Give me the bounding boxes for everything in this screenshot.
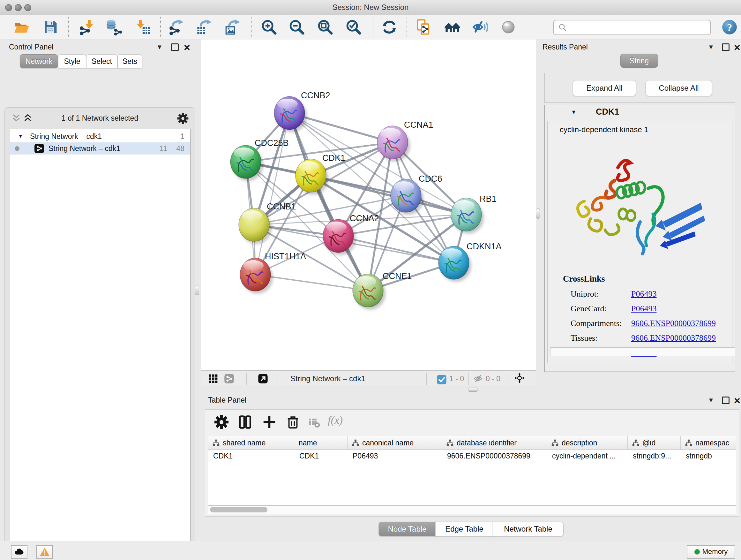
results-panel-close-icon[interactable]: ×: [734, 44, 740, 51]
zoom-selected-icon[interactable]: [345, 19, 362, 36]
crosslink-value-link[interactable]: P06493: [631, 304, 657, 313]
column-header[interactable]: database identifier: [442, 436, 547, 449]
results-panel-menu-caret-icon[interactable]: ▼: [708, 44, 714, 51]
warnings-button[interactable]: [37, 545, 53, 559]
control-panel-menu-caret-icon[interactable]: ▼: [156, 44, 163, 51]
table-cell[interactable]: cyclin-dependent ...: [547, 449, 628, 462]
column-header[interactable]: shared name: [208, 436, 294, 449]
network-node-CCNA1[interactable]: [377, 126, 410, 162]
left-splitter-handle[interactable]: [195, 285, 199, 295]
table-panel-float-icon[interactable]: [722, 396, 730, 404]
tab-node-table[interactable]: Node Table: [379, 522, 436, 537]
section-expander-icon[interactable]: ▼: [571, 109, 577, 116]
network-node-CCNB2[interactable]: [274, 97, 307, 132]
memory-button[interactable]: Memory: [687, 545, 735, 559]
network-collection-row[interactable]: ▼ String Network – cdk1 1: [10, 130, 190, 142]
column-header[interactable]: name: [294, 436, 347, 449]
tab-string[interactable]: String: [620, 54, 658, 68]
results-panel-float-icon[interactable]: [722, 44, 730, 51]
network-node-RB1[interactable]: [451, 198, 484, 234]
hidden-eye-slash-icon[interactable]: [473, 374, 483, 384]
table-cell[interactable]: CDK1: [294, 449, 347, 462]
crosslink-value-link[interactable]: 9606.ENSP00000378699: [631, 333, 716, 343]
open-folder-icon[interactable]: [13, 19, 30, 36]
function-builder-icon[interactable]: f(x): [328, 414, 343, 426]
column-header[interactable]: canonical name: [347, 436, 442, 449]
crosslink-value-link[interactable]: 9606.ENSP00000378699: [631, 319, 716, 328]
network-graph[interactable]: CCNB2CCNA1CDC25BCDK1CDC6RB1CCNB1CCNA2CDK…: [201, 40, 536, 370]
toolbar-divider: [252, 17, 252, 37]
pan-crosshair-icon[interactable]: [515, 373, 526, 385]
zoom-out-icon[interactable]: [288, 19, 305, 36]
footer-divider: [426, 373, 427, 385]
network-node-HIST1H1A[interactable]: [240, 258, 273, 294]
network-node-CDC25B[interactable]: [230, 145, 263, 181]
tree-expander-icon[interactable]: ▼: [18, 130, 23, 142]
table-panel-close-icon[interactable]: ×: [734, 396, 740, 404]
delete-table-icon[interactable]: [308, 417, 320, 429]
table-cell[interactable]: P06493: [347, 449, 442, 462]
search-input[interactable]: [553, 20, 711, 35]
gear-icon[interactable]: [177, 113, 189, 124]
zoom-fit-icon[interactable]: [317, 19, 333, 36]
add-column-icon[interactable]: [262, 415, 277, 429]
table-gear-icon[interactable]: [214, 415, 229, 429]
import-network-icon[interactable]: [78, 19, 95, 36]
expand-all-button[interactable]: Expand All: [573, 80, 636, 96]
zoom-in-icon[interactable]: [261, 19, 277, 36]
table-cell[interactable]: CDK1: [208, 449, 294, 462]
control-panel-close-icon[interactable]: ×: [184, 44, 190, 51]
grid-view-icon[interactable]: [208, 374, 218, 384]
tab-style[interactable]: Style: [58, 54, 86, 68]
table-cell[interactable]: 9606.ENSP00000378699: [442, 449, 547, 462]
table-cell[interactable]: stringdb:9...: [628, 449, 681, 462]
tab-network[interactable]: Network: [20, 54, 58, 68]
network-edge[interactable]: [311, 176, 466, 214]
horizontal-splitter-handle[interactable]: [468, 388, 478, 392]
gene-section-header[interactable]: ▼ CDK1: [545, 105, 735, 120]
selected-checkbox-icon[interactable]: [436, 374, 445, 383]
table-horizontal-scrollbar[interactable]: [208, 505, 736, 514]
crosslink-value-link[interactable]: P06493: [631, 289, 657, 299]
column-header[interactable]: namespac: [681, 436, 736, 449]
help-icon[interactable]: ?: [721, 19, 738, 36]
homes-icon[interactable]: [444, 19, 461, 36]
import-table-icon[interactable]: [135, 19, 151, 36]
network-node-CCNA2[interactable]: [323, 219, 356, 255]
refresh-icon[interactable]: [381, 19, 398, 36]
delete-column-icon[interactable]: [286, 415, 300, 429]
export-network-icon[interactable]: [168, 19, 185, 36]
network-canvas[interactable]: CCNB2CCNA1CDC25BCDK1CDC6RB1CCNB1CCNA2CDK…: [201, 40, 536, 370]
share-document-icon[interactable]: [415, 19, 432, 36]
tab-select[interactable]: Select: [86, 54, 118, 68]
sphere-icon[interactable]: [500, 19, 517, 36]
tab-network-table[interactable]: Network Table: [493, 522, 563, 537]
export-image-icon[interactable]: [224, 19, 241, 36]
export-table-icon[interactable]: [196, 19, 212, 36]
birds-eye-view-icon[interactable]: [258, 374, 268, 384]
network-edge[interactable]: [255, 113, 289, 274]
control-panel-float-icon[interactable]: [171, 44, 179, 51]
collapse-all-button[interactable]: Collapse All: [646, 80, 712, 96]
network-node-CDKN1A[interactable]: [439, 246, 471, 282]
show-columns-icon[interactable]: [238, 415, 253, 429]
cloud-button[interactable]: [11, 545, 27, 559]
tab-edge-table[interactable]: Edge Table: [435, 522, 493, 537]
network-node-CDK1[interactable]: [295, 159, 328, 195]
tab-sets[interactable]: Sets: [118, 54, 142, 68]
scrollbar-thumb[interactable]: [210, 507, 267, 512]
results-scrollbar[interactable]: [550, 348, 735, 356]
table-panel-menu-caret-icon[interactable]: ▼: [708, 396, 714, 404]
toolbar-divider: [68, 17, 69, 37]
network-share-view-icon[interactable]: [224, 374, 234, 384]
network-row-selected[interactable]: String Network – cdk1 11 48: [10, 142, 190, 154]
network-node-CCNE1[interactable]: [353, 274, 386, 310]
control-panel: Control Panel ▼ × Network Style Select S…: [0, 40, 200, 541]
column-header[interactable]: @id: [628, 436, 681, 449]
eye-hide-icon[interactable]: [472, 19, 488, 36]
table-cell[interactable]: stringdb: [681, 449, 736, 462]
import-database-icon[interactable]: [106, 19, 122, 36]
column-header[interactable]: description: [547, 436, 628, 449]
table-row[interactable]: CDK1CDK1P064939606.ENSP00000378699cyclin…: [208, 449, 736, 462]
save-icon[interactable]: [43, 19, 59, 36]
